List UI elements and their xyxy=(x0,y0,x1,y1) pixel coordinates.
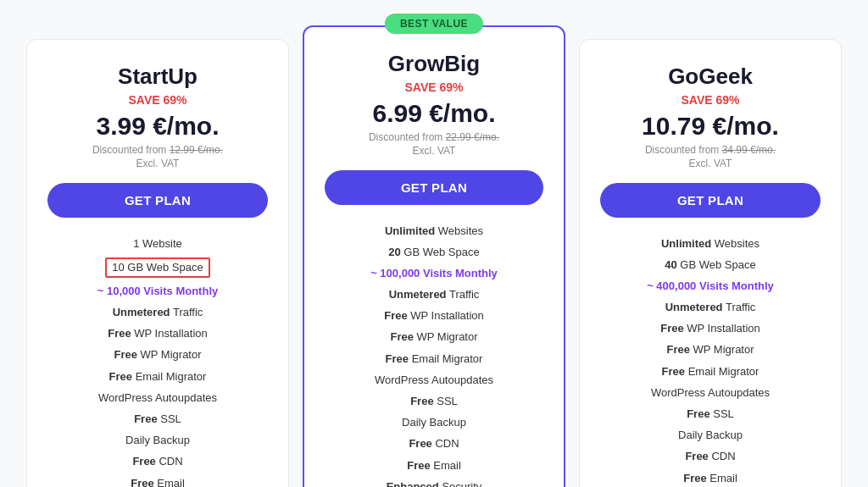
excl-vat: Excl. VAT xyxy=(325,145,543,157)
feature-item: Daily Backup xyxy=(47,430,268,451)
feature-item: Free Email xyxy=(600,468,821,487)
feature-item: 1 Website xyxy=(47,233,268,254)
feature-item: Daily Backup xyxy=(600,425,821,446)
feature-item: WordPress Autoupdates xyxy=(600,382,821,403)
feature-item: Unmetered Traffic xyxy=(47,302,268,324)
feature-item: Free WP Installation xyxy=(600,318,821,340)
feature-item: Free Email Migrator xyxy=(600,361,821,382)
features-list: Unlimited Websites20 GB Web Space~ 100,0… xyxy=(325,220,543,487)
excl-vat: Excl. VAT xyxy=(47,158,268,169)
feature-item: Unmetered Traffic xyxy=(600,297,821,318)
feature-item: Free WP Migrator xyxy=(47,345,268,366)
plan-price: 6.99 €/mo. xyxy=(325,99,543,128)
feature-item: Free WP Migrator xyxy=(600,340,821,361)
feature-item: Enhanced Security xyxy=(325,476,543,487)
save-badge: SAVE 69% xyxy=(600,93,821,107)
discounted-from: Discounted from 22.99 €/mo. xyxy=(325,131,543,143)
feature-item: Free WP Installation xyxy=(325,306,543,327)
feature-item: Free WP Installation xyxy=(47,324,268,345)
feature-item: ~ 100,000 Visits Monthly xyxy=(325,263,543,284)
features-list: Unlimited Websites40 GB Web Space~ 400,0… xyxy=(600,233,821,487)
feature-item: Free WP Migrator xyxy=(325,327,543,348)
feature-item: 10 GB Web Space xyxy=(47,254,268,280)
feature-item: Free CDN xyxy=(600,446,821,468)
plan-card-growbig: BEST VALUE GrowBig SAVE 69% 6.99 €/mo. D… xyxy=(303,25,565,487)
feature-item: Free CDN xyxy=(325,434,543,455)
get-plan-button[interactable]: GET PLAN xyxy=(47,183,268,218)
feature-item: Free Email xyxy=(47,473,268,487)
plan-price: 10.79 €/mo. xyxy=(600,112,821,141)
feature-item: Free Email Migrator xyxy=(47,366,268,387)
feature-item: Free Email Migrator xyxy=(325,348,543,369)
plan-card-startup: StartUp SAVE 69% 3.99 €/mo. Discounted f… xyxy=(26,39,289,487)
feature-item: WordPress Autoupdates xyxy=(325,369,543,390)
plan-name: GoGeek xyxy=(600,64,821,90)
feature-item: 40 GB Web Space xyxy=(600,254,821,275)
get-plan-button[interactable]: GET PLAN xyxy=(600,183,821,218)
feature-item: Unlimited Websites xyxy=(325,220,543,241)
feature-item: Free Email xyxy=(325,455,543,476)
feature-item: 20 GB Web Space xyxy=(325,241,543,263)
feature-item: Free SSL xyxy=(325,391,543,412)
feature-item: WordPress Autoupdates xyxy=(47,387,268,408)
feature-item: ~ 10,000 Visits Monthly xyxy=(47,280,268,302)
feature-item: Free SSL xyxy=(600,404,821,425)
save-badge: SAVE 69% xyxy=(47,93,268,107)
plan-name: GrowBig xyxy=(325,51,543,77)
plan-card-gogeek: GoGeek SAVE 69% 10.79 €/mo. Discounted f… xyxy=(579,39,842,487)
feature-item: ~ 400,000 Visits Monthly xyxy=(600,275,821,296)
best-value-badge: BEST VALUE xyxy=(385,14,483,34)
plan-name: StartUp xyxy=(47,64,268,90)
save-badge: SAVE 69% xyxy=(325,80,543,94)
feature-item: Unmetered Traffic xyxy=(325,285,543,306)
discounted-from: Discounted from 34.99 €/mo. xyxy=(600,144,821,156)
feature-item: Free CDN xyxy=(47,451,268,473)
features-list: 1 Website10 GB Web Space~ 10,000 Visits … xyxy=(47,233,268,487)
discounted-from: Discounted from 12.99 €/mo. xyxy=(47,144,268,156)
pricing-container: StartUp SAVE 69% 3.99 €/mo. Discounted f… xyxy=(19,25,849,487)
plan-price: 3.99 €/mo. xyxy=(47,112,268,141)
get-plan-button[interactable]: GET PLAN xyxy=(325,170,543,205)
feature-item: Free SSL xyxy=(47,409,268,430)
excl-vat: Excl. VAT xyxy=(600,158,821,169)
feature-item: Unlimited Websites xyxy=(600,233,821,254)
feature-item: Daily Backup xyxy=(325,412,543,434)
